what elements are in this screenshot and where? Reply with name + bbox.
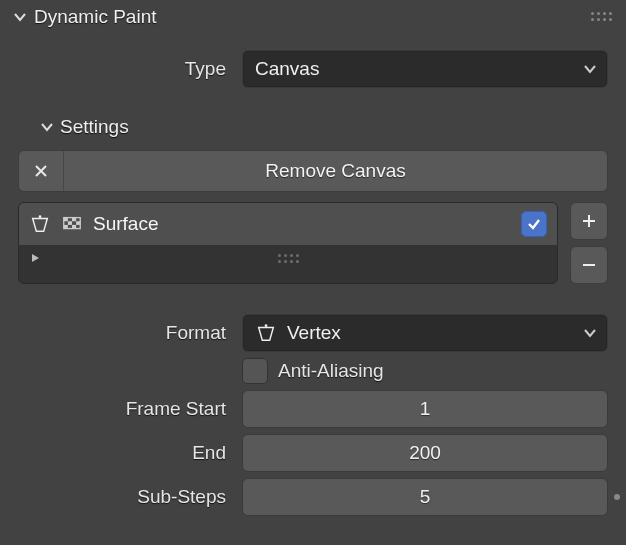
- svg-rect-4: [68, 221, 72, 225]
- close-icon: [19, 151, 64, 191]
- svg-point-8: [265, 324, 268, 327]
- sub-steps-label: Sub-Steps: [18, 486, 242, 508]
- frame-start-row: Frame Start 1: [18, 390, 608, 428]
- type-label: Type: [18, 58, 242, 80]
- drag-handle-icon[interactable]: [590, 10, 612, 22]
- surface-list: Surface: [18, 202, 608, 284]
- format-dropdown[interactable]: Vertex: [242, 314, 608, 352]
- canvas-icon: [29, 213, 51, 235]
- frame-end-row: End 200: [18, 434, 608, 472]
- chevron-down-icon: [583, 326, 597, 340]
- sub-steps-row: Sub-Steps 5: [18, 478, 608, 516]
- frame-end-field[interactable]: 200: [242, 434, 608, 472]
- svg-rect-7: [72, 225, 76, 229]
- sub-steps-value: 5: [420, 486, 431, 508]
- anti-aliasing-label: Anti-Aliasing: [278, 360, 384, 382]
- panel-header[interactable]: Dynamic Paint: [0, 0, 626, 34]
- chevron-down-icon: [40, 120, 54, 134]
- frame-end-label: End: [18, 442, 242, 464]
- surface-name: Surface: [93, 213, 511, 235]
- svg-rect-5: [76, 221, 80, 225]
- svg-point-0: [39, 215, 42, 218]
- frame-start-label: Frame Start: [18, 398, 242, 420]
- chevron-down-icon: [583, 62, 597, 76]
- format-label: Format: [18, 322, 242, 344]
- surface-enabled-checkbox[interactable]: [521, 211, 547, 237]
- format-value: Vertex: [287, 322, 341, 344]
- svg-rect-2: [64, 218, 68, 222]
- animate-property-icon[interactable]: [614, 494, 620, 500]
- type-dropdown[interactable]: Canvas: [242, 50, 608, 88]
- add-surface-button[interactable]: [570, 202, 608, 240]
- list-footer: [19, 245, 557, 271]
- anti-aliasing-row: Anti-Aliasing: [18, 358, 608, 384]
- svg-rect-6: [64, 225, 68, 229]
- format-row: Format Vertex: [18, 314, 608, 352]
- settings-header[interactable]: Settings: [40, 116, 608, 138]
- list-side-buttons: [570, 202, 608, 284]
- remove-canvas-label: Remove Canvas: [64, 151, 607, 191]
- svg-rect-3: [72, 218, 76, 222]
- play-icon[interactable]: [29, 252, 41, 264]
- frame-end-value: 200: [409, 442, 441, 464]
- anti-aliasing-checkbox[interactable]: [242, 358, 268, 384]
- panel-title: Dynamic Paint: [34, 6, 157, 28]
- list-item[interactable]: Surface: [19, 203, 557, 245]
- surface-list-box[interactable]: Surface: [18, 202, 558, 284]
- frame-start-field[interactable]: 1: [242, 390, 608, 428]
- vertex-icon: [255, 322, 279, 344]
- remove-canvas-button[interactable]: Remove Canvas: [18, 150, 608, 192]
- remove-surface-button[interactable]: [570, 246, 608, 284]
- frame-start-value: 1: [420, 398, 431, 420]
- type-value: Canvas: [255, 58, 319, 80]
- grip-icon[interactable]: [278, 254, 299, 263]
- type-row: Type Canvas: [18, 50, 608, 88]
- dynamic-paint-panel: Dynamic Paint Type Canvas Sett: [0, 0, 626, 516]
- settings-title: Settings: [60, 116, 129, 138]
- sub-steps-field[interactable]: 5: [242, 478, 608, 516]
- checker-icon: [61, 213, 83, 235]
- chevron-down-icon: [10, 10, 30, 24]
